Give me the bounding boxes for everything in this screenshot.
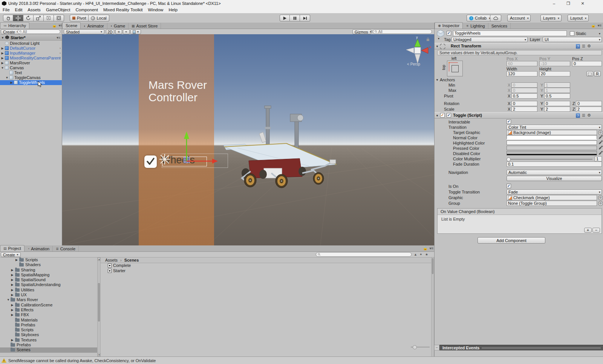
account-dropdown[interactable]: Account▾	[507, 15, 531, 21]
expand-icon[interactable]: ▶	[11, 313, 14, 317]
hierarchy-item-marsrover[interactable]: ▶MarsRover	[0, 61, 62, 65]
transform-tool-button[interactable]	[54, 15, 64, 21]
rotation-x-field[interactable]: 0	[511, 101, 537, 106]
foldout-icon[interactable]: ▼	[436, 114, 439, 117]
project-folder-shaders[interactable]: Shaders	[0, 262, 97, 267]
expand-icon[interactable]: ▶	[11, 293, 14, 297]
foldout-icon[interactable]: ▼	[436, 45, 439, 48]
project-folder-scripts[interactable]: Scripts	[0, 327, 97, 332]
expand-icon[interactable]: ▶	[11, 288, 14, 292]
static-checkbox[interactable]	[570, 31, 574, 36]
rotation-y-field[interactable]: 0	[544, 101, 570, 106]
preset-icon[interactable]: ☰	[582, 44, 585, 48]
eyedropper-icon[interactable]	[598, 145, 603, 150]
step-button[interactable]	[300, 15, 310, 21]
project-files-scrollbar[interactable]	[431, 257, 434, 356]
panel-menu-icon[interactable]: ▾≡	[429, 246, 433, 250]
hierarchy-search-input[interactable]	[23, 30, 58, 34]
gear-icon[interactable]: ⚙	[587, 113, 591, 118]
rotate-tool-button[interactable]	[23, 15, 34, 21]
object-picker-icon[interactable]: ◎	[598, 195, 603, 200]
asset-starter[interactable]: Starter	[101, 268, 431, 274]
hierarchy-item-defaultcursor[interactable]: ▶DefaultCursor›	[0, 46, 62, 51]
object-picker-icon[interactable]: ◎	[598, 201, 603, 206]
collapse-icon[interactable]: ▼	[1, 66, 4, 70]
pivot-x-field[interactable]: 0.5	[511, 93, 537, 99]
disabled-color-swatch[interactable]	[507, 151, 597, 155]
transition-dropdown[interactable]: Color Tint	[507, 125, 602, 130]
tag-dropdown[interactable]: Untagged	[451, 37, 528, 42]
multiplier-slider-handle[interactable]	[507, 157, 511, 161]
graphic-field[interactable]: Checkmark (Image)	[507, 195, 597, 200]
scrollbar-thumb[interactable]	[432, 258, 433, 274]
tab-hierarchy[interactable]: ≔ Hierarchy	[0, 22, 29, 29]
collab-button[interactable]: ↑ Collab▾	[467, 15, 493, 21]
hierarchy-item-canvas[interactable]: ▼Canvas	[0, 65, 62, 70]
scale-tool-button[interactable]	[34, 15, 44, 21]
group-field[interactable]: None (Toggle Group)	[507, 201, 597, 206]
project-folder-spatialmapping[interactable]: ▶SpatialMapping	[0, 273, 97, 277]
multiplier-slider-track[interactable]	[507, 159, 592, 160]
hierarchy-item-mixedrealitycameraparent[interactable]: ▶MixedRealityCameraParent›	[0, 56, 62, 61]
pause-button[interactable]	[290, 15, 300, 21]
blueprint-mode-button[interactable]	[586, 71, 593, 76]
anchors-foldout-icon[interactable]: ▼	[436, 78, 439, 82]
close-button[interactable]: ✕	[577, 0, 588, 6]
hierarchy-item-inputmanager[interactable]: ▶InputManager›	[0, 51, 62, 56]
gizmos-dropdown[interactable]: Gizmos▾	[352, 29, 371, 34]
anchor-min-x-field[interactable]: 0	[511, 82, 537, 88]
tab-animator[interactable]: ◐Animator	[81, 23, 107, 29]
menu-component[interactable]: Component	[73, 7, 100, 13]
draw-mode-dropdown[interactable]: Shaded▾	[64, 29, 104, 34]
color-multiplier-field[interactable]: 1	[595, 156, 602, 161]
local-toggle-button[interactable]: Local	[89, 15, 109, 21]
play-button[interactable]	[280, 15, 290, 21]
scene-header-row[interactable]: ▼ Starter* ▾≡	[0, 35, 62, 41]
expand-icon[interactable]: ▶	[1, 52, 4, 55]
lock-icon[interactable]	[426, 37, 430, 41]
project-folder-prefabs[interactable]: Prefabs	[0, 323, 97, 327]
project-tree-scrollbar[interactable]: ▲ ▼	[97, 257, 101, 356]
prefab-select-icon[interactable]: ›	[60, 56, 61, 61]
ui-toggle-checkbox[interactable]	[144, 155, 157, 168]
target-graphic-field[interactable]: Background (Image)	[507, 130, 597, 135]
intercepted-events-bar[interactable]: Intercepted Events	[439, 345, 603, 350]
project-search-input[interactable]	[321, 253, 410, 257]
height-field[interactable]: 20	[539, 71, 570, 76]
menu-window[interactable]: Window	[145, 7, 166, 13]
width-field[interactable]: 120	[507, 71, 537, 76]
expand-icon[interactable]: ▶	[11, 338, 14, 342]
cloud-button[interactable]	[490, 15, 501, 21]
move-tool-button[interactable]	[13, 15, 23, 21]
rect-tool-button[interactable]	[44, 15, 54, 21]
highlighted-color-swatch[interactable]	[507, 140, 597, 145]
project-folder-calibrationscene[interactable]: ▶CalibrationScene	[0, 303, 97, 308]
project-folder-materials[interactable]: Materials	[0, 318, 97, 323]
scale-x-field[interactable]: 2	[511, 107, 537, 112]
status-bar[interactable]: SendMessage cannot be called during Awak…	[0, 356, 603, 364]
project-folder-mars-rover[interactable]: ▼Mars Rover	[0, 297, 97, 302]
anchor-max-y-field[interactable]: 1	[544, 88, 570, 93]
help-icon[interactable]: ?	[576, 44, 580, 49]
expand-icon[interactable]: ▶	[1, 61, 4, 65]
project-folder-scenes[interactable]: Scenes	[0, 347, 97, 352]
normal-color-swatch[interactable]	[507, 135, 597, 140]
menu-mixed-reality-toolkit[interactable]: Mixed Reality Toolkit	[101, 7, 145, 13]
scrollbar-thumb[interactable]	[98, 283, 100, 321]
gear-icon[interactable]: ⚙	[587, 44, 591, 49]
pivot-y-field[interactable]: 0.5	[544, 93, 570, 99]
help-icon[interactable]: ?	[576, 113, 580, 118]
project-folder-scripts[interactable]: ▶Scripts	[0, 257, 97, 262]
layers-dropdown[interactable]: Layers▾	[540, 15, 562, 21]
menu-assets[interactable]: Assets	[25, 7, 43, 13]
hierarchy-search[interactable]	[17, 29, 60, 34]
rotation-z-field[interactable]: 0	[576, 101, 602, 106]
toggle-transition-dropdown[interactable]: Fade	[507, 189, 602, 195]
project-folder-utilities[interactable]: ▶Utilities	[0, 288, 97, 292]
lock-icon[interactable]: 🔒	[591, 23, 595, 27]
scene-search[interactable]	[373, 29, 432, 34]
project-folder-sharing[interactable]: ▶Sharing	[0, 268, 97, 273]
breadcrumb-root[interactable]: Assets	[105, 258, 118, 262]
hand-tool-button[interactable]	[3, 15, 13, 21]
menu-file[interactable]: File	[0, 7, 12, 13]
